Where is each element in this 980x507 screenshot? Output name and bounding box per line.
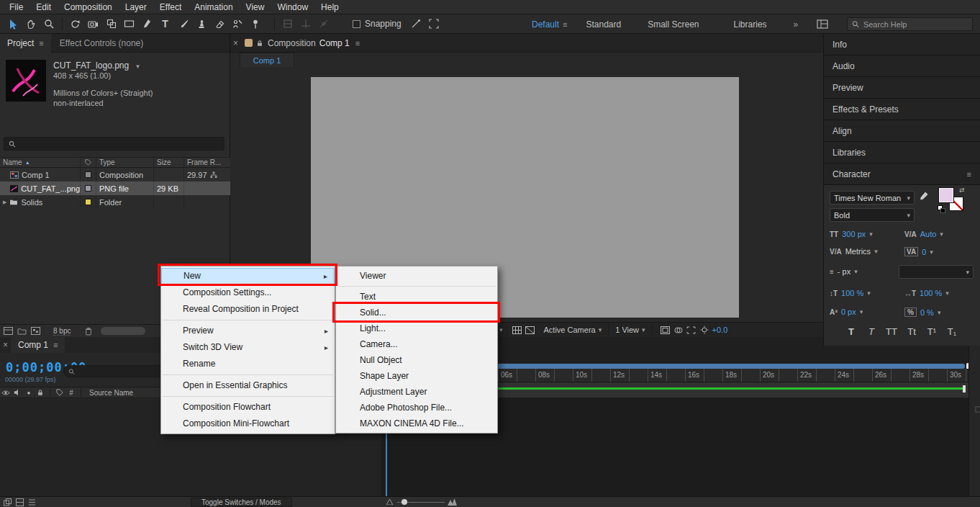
eyedropper-icon[interactable] <box>919 191 929 201</box>
menu-effect[interactable]: Effect <box>153 0 188 14</box>
default-swatch-black[interactable] <box>940 208 945 213</box>
submenu-item-cinema4d-file[interactable]: MAXON CINEMA 4D File... <box>336 416 497 431</box>
menu-item-switch-3d-view[interactable]: Switch 3D View ▸ <box>161 339 335 356</box>
menu-composition[interactable]: Composition <box>58 0 119 14</box>
submenu-item-solid[interactable]: Solid... <box>336 305 497 320</box>
label-chip[interactable] <box>85 199 91 205</box>
project-row-solids[interactable]: ▶ Solids Folder <box>0 195 230 209</box>
filename-dropdown-icon[interactable]: ▼ <box>135 63 141 70</box>
menu-help[interactable]: Help <box>314 0 345 14</box>
panel-menu-icon[interactable]: ≡ <box>39 39 43 48</box>
submenu-item-viewer[interactable]: Viewer <box>336 268 497 284</box>
brush-tool[interactable] <box>174 15 192 33</box>
project-search-input[interactable] <box>19 140 219 148</box>
workspace-overflow-icon[interactable]: » <box>784 19 808 30</box>
expander-icon[interactable]: ▶ <box>3 199 6 205</box>
font-style-select[interactable]: Bold ▾ <box>830 208 915 222</box>
menu-animation[interactable]: Animation <box>188 0 239 14</box>
panel-menu-icon[interactable]: ≡ <box>967 170 971 179</box>
selection-tool[interactable] <box>4 15 22 33</box>
panel-header-info[interactable]: Info <box>824 34 980 55</box>
panel-header-character[interactable]: Character ≡ <box>824 163 980 185</box>
column-size[interactable]: Size <box>154 158 184 167</box>
region-of-interest-icon[interactable] <box>685 323 698 336</box>
snap-bounds-icon[interactable] <box>425 15 443 33</box>
transfer-controls-toggle-icon[interactable] <box>16 498 24 506</box>
in-out-columns-toggle-icon[interactable] <box>28 498 36 506</box>
lock-icon[interactable] <box>35 387 46 398</box>
label-chip[interactable] <box>85 185 91 192</box>
close-icon[interactable]: × <box>230 38 241 48</box>
panel-header-align[interactable]: Align <box>824 120 980 142</box>
close-icon[interactable]: × <box>0 340 11 350</box>
timeline-zoom-handle[interactable] <box>401 499 407 505</box>
puppet-pin-tool[interactable] <box>246 15 264 33</box>
interpret-footage-icon[interactable] <box>4 327 13 335</box>
tracking-control[interactable]: VA 0 ▾ <box>904 247 933 256</box>
label-chip[interactable] <box>85 171 91 178</box>
solo-icon[interactable]: ● <box>23 387 35 398</box>
safe-margins-icon[interactable] <box>659 323 672 336</box>
menu-item-open-essential-graphics[interactable]: Open in Essential Graphics <box>161 377 335 394</box>
menu-view[interactable]: View <box>240 0 271 14</box>
grid-guides-icon[interactable] <box>511 323 524 336</box>
submenu-item-text[interactable]: Text <box>336 289 497 305</box>
work-area-end-handle[interactable] <box>963 385 966 392</box>
timeline-tab-comp1[interactable]: Comp 1 ≡ <box>11 337 65 353</box>
panel-menu-icon[interactable]: ≡ <box>355 39 360 48</box>
project-row-comp1[interactable]: Comp 1 Composition 29.97 <box>0 168 230 181</box>
exposure-icon[interactable] <box>698 323 711 336</box>
horizontal-scale-control[interactable]: ↔T 100 % ▾ <box>904 289 949 297</box>
workspace-standard[interactable]: Standard <box>576 19 630 30</box>
panel-header-audio[interactable]: Audio <box>824 55 980 77</box>
audio-icon[interactable] <box>12 387 23 398</box>
zoom-tool[interactable] <box>40 15 58 33</box>
rectangle-tool[interactable] <box>120 15 138 33</box>
workspace-small-screen[interactable]: Small Screen <box>630 19 716 30</box>
comp-marker-bin-icon[interactable] <box>969 400 980 418</box>
small-caps-button[interactable]: Tt <box>904 326 919 337</box>
eye-icon[interactable] <box>0 387 12 398</box>
snap-angle-icon[interactable] <box>407 15 425 33</box>
toggle-switches-modes-button[interactable]: Toggle Switches / Modes <box>191 498 292 507</box>
submenu-item-light[interactable]: Light... <box>336 320 497 336</box>
superscript-button[interactable]: T¹ <box>925 326 939 337</box>
mask-visibility-icon[interactable] <box>524 323 537 336</box>
roto-brush-tool[interactable] <box>228 15 246 33</box>
panel-menu-icon[interactable]: ≡ <box>53 341 58 349</box>
timeline-search-input[interactable] <box>79 367 164 376</box>
workspace-default[interactable]: Default ≡ <box>522 19 576 30</box>
menu-file[interactable]: File <box>3 0 30 14</box>
fill-color-swatch[interactable] <box>939 188 953 202</box>
tab-project[interactable]: Project ≡ <box>0 34 51 53</box>
layer-switches-toggle-icon[interactable] <box>4 498 12 506</box>
viewer-tab-comp1[interactable]: Comp 1 <box>240 53 294 67</box>
menu-item-composition-flowchart[interactable]: Composition Flowchart <box>161 399 335 416</box>
pan-behind-tool[interactable] <box>102 15 120 33</box>
preview-filename-row[interactable]: CUT_FAT_logo.png ▼ <box>53 60 140 71</box>
project-row-cutfat-png[interactable]: CUT_FAT_...png PNG file 29 KB <box>0 181 230 195</box>
menu-window[interactable]: Window <box>271 0 314 14</box>
tab-effect-controls[interactable]: Effect Controls (none) <box>51 34 153 53</box>
panel-header-preview[interactable]: Preview <box>824 77 980 99</box>
column-framerate[interactable]: Frame R... <box>184 158 223 167</box>
submenu-item-shape-layer[interactable]: Shape Layer <box>336 368 497 384</box>
tsume-control[interactable]: % 0 % ▾ <box>904 308 940 317</box>
rotation-tool[interactable] <box>66 15 84 33</box>
tracking-mode-control[interactable]: V/A Metrics ▾ <box>830 247 878 256</box>
submenu-item-adjustment-layer[interactable]: Adjustment Layer <box>336 384 497 400</box>
hand-tool[interactable] <box>22 15 40 33</box>
camera-dropdown[interactable]: Active Camera ▾ <box>544 326 602 334</box>
leading-control[interactable]: ≡ - px ▾ <box>830 267 858 276</box>
trash-icon[interactable] <box>85 327 92 336</box>
panel-header-effects-presets[interactable]: Effects & Presets <box>824 99 980 120</box>
menu-item-preview[interactable]: Preview ▸ <box>161 323 335 339</box>
submenu-item-camera[interactable]: Camera... <box>336 336 497 352</box>
panel-grid-icon[interactable] <box>813 15 831 33</box>
clone-stamp-tool[interactable] <box>192 15 210 33</box>
lock-icon[interactable] <box>256 40 263 47</box>
view-layout-dropdown[interactable]: 1 View ▾ <box>615 326 645 334</box>
kerning-control[interactable]: V/A Auto ▾ <box>904 230 943 238</box>
menu-item-reveal-composition[interactable]: Reveal Composition in Project <box>161 301 335 318</box>
font-family-select[interactable]: Times New Roman ▾ <box>830 191 915 205</box>
